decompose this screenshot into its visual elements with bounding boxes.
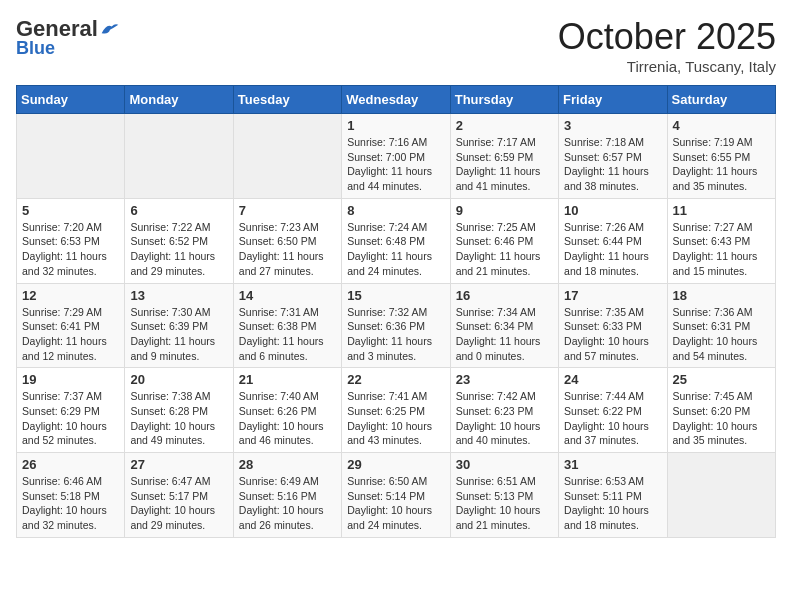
calendar-week-row: 5Sunrise: 7:20 AM Sunset: 6:53 PM Daylig… xyxy=(17,198,776,283)
weekday-header-row: SundayMondayTuesdayWednesdayThursdayFrid… xyxy=(17,86,776,114)
day-number: 24 xyxy=(564,372,661,387)
calendar-cell xyxy=(667,453,775,538)
day-info: Sunrise: 7:40 AM Sunset: 6:26 PM Dayligh… xyxy=(239,389,336,448)
day-number: 12 xyxy=(22,288,119,303)
logo-blue-text: Blue xyxy=(16,38,55,59)
day-number: 17 xyxy=(564,288,661,303)
day-info: Sunrise: 7:22 AM Sunset: 6:52 PM Dayligh… xyxy=(130,220,227,279)
day-number: 23 xyxy=(456,372,553,387)
logo-bird-icon xyxy=(100,21,120,37)
day-number: 6 xyxy=(130,203,227,218)
day-number: 26 xyxy=(22,457,119,472)
calendar-cell: 4Sunrise: 7:19 AM Sunset: 6:55 PM Daylig… xyxy=(667,114,775,199)
calendar-week-row: 12Sunrise: 7:29 AM Sunset: 6:41 PM Dayli… xyxy=(17,283,776,368)
day-number: 21 xyxy=(239,372,336,387)
day-info: Sunrise: 7:37 AM Sunset: 6:29 PM Dayligh… xyxy=(22,389,119,448)
day-info: Sunrise: 7:29 AM Sunset: 6:41 PM Dayligh… xyxy=(22,305,119,364)
day-info: Sunrise: 7:42 AM Sunset: 6:23 PM Dayligh… xyxy=(456,389,553,448)
calendar-cell: 18Sunrise: 7:36 AM Sunset: 6:31 PM Dayli… xyxy=(667,283,775,368)
day-number: 11 xyxy=(673,203,770,218)
day-number: 19 xyxy=(22,372,119,387)
day-info: Sunrise: 6:53 AM Sunset: 5:11 PM Dayligh… xyxy=(564,474,661,533)
day-number: 9 xyxy=(456,203,553,218)
day-info: Sunrise: 7:36 AM Sunset: 6:31 PM Dayligh… xyxy=(673,305,770,364)
calendar-cell: 29Sunrise: 6:50 AM Sunset: 5:14 PM Dayli… xyxy=(342,453,450,538)
calendar-cell: 26Sunrise: 6:46 AM Sunset: 5:18 PM Dayli… xyxy=(17,453,125,538)
day-number: 30 xyxy=(456,457,553,472)
day-number: 7 xyxy=(239,203,336,218)
calendar-cell: 12Sunrise: 7:29 AM Sunset: 6:41 PM Dayli… xyxy=(17,283,125,368)
day-info: Sunrise: 7:32 AM Sunset: 6:36 PM Dayligh… xyxy=(347,305,444,364)
day-info: Sunrise: 7:16 AM Sunset: 7:00 PM Dayligh… xyxy=(347,135,444,194)
calendar-week-row: 1Sunrise: 7:16 AM Sunset: 7:00 PM Daylig… xyxy=(17,114,776,199)
calendar-cell: 7Sunrise: 7:23 AM Sunset: 6:50 PM Daylig… xyxy=(233,198,341,283)
calendar-week-row: 19Sunrise: 7:37 AM Sunset: 6:29 PM Dayli… xyxy=(17,368,776,453)
day-info: Sunrise: 6:47 AM Sunset: 5:17 PM Dayligh… xyxy=(130,474,227,533)
calendar-cell: 6Sunrise: 7:22 AM Sunset: 6:52 PM Daylig… xyxy=(125,198,233,283)
day-number: 29 xyxy=(347,457,444,472)
calendar-cell: 30Sunrise: 6:51 AM Sunset: 5:13 PM Dayli… xyxy=(450,453,558,538)
day-number: 25 xyxy=(673,372,770,387)
day-number: 20 xyxy=(130,372,227,387)
day-number: 13 xyxy=(130,288,227,303)
day-number: 22 xyxy=(347,372,444,387)
calendar-cell: 1Sunrise: 7:16 AM Sunset: 7:00 PM Daylig… xyxy=(342,114,450,199)
day-info: Sunrise: 7:20 AM Sunset: 6:53 PM Dayligh… xyxy=(22,220,119,279)
calendar-cell: 15Sunrise: 7:32 AM Sunset: 6:36 PM Dayli… xyxy=(342,283,450,368)
calendar-cell: 16Sunrise: 7:34 AM Sunset: 6:34 PM Dayli… xyxy=(450,283,558,368)
calendar-cell: 31Sunrise: 6:53 AM Sunset: 5:11 PM Dayli… xyxy=(559,453,667,538)
calendar-cell: 22Sunrise: 7:41 AM Sunset: 6:25 PM Dayli… xyxy=(342,368,450,453)
calendar-cell: 25Sunrise: 7:45 AM Sunset: 6:20 PM Dayli… xyxy=(667,368,775,453)
calendar-cell: 5Sunrise: 7:20 AM Sunset: 6:53 PM Daylig… xyxy=(17,198,125,283)
day-info: Sunrise: 7:26 AM Sunset: 6:44 PM Dayligh… xyxy=(564,220,661,279)
calendar-cell: 9Sunrise: 7:25 AM Sunset: 6:46 PM Daylig… xyxy=(450,198,558,283)
calendar-cell: 20Sunrise: 7:38 AM Sunset: 6:28 PM Dayli… xyxy=(125,368,233,453)
day-info: Sunrise: 7:34 AM Sunset: 6:34 PM Dayligh… xyxy=(456,305,553,364)
calendar-cell xyxy=(233,114,341,199)
day-number: 8 xyxy=(347,203,444,218)
day-info: Sunrise: 7:19 AM Sunset: 6:55 PM Dayligh… xyxy=(673,135,770,194)
calendar-cell: 19Sunrise: 7:37 AM Sunset: 6:29 PM Dayli… xyxy=(17,368,125,453)
month-title: October 2025 xyxy=(558,16,776,58)
day-info: Sunrise: 7:38 AM Sunset: 6:28 PM Dayligh… xyxy=(130,389,227,448)
day-info: Sunrise: 6:51 AM Sunset: 5:13 PM Dayligh… xyxy=(456,474,553,533)
calendar-cell: 10Sunrise: 7:26 AM Sunset: 6:44 PM Dayli… xyxy=(559,198,667,283)
logo: General Blue xyxy=(16,16,120,59)
day-number: 4 xyxy=(673,118,770,133)
day-number: 18 xyxy=(673,288,770,303)
calendar-cell xyxy=(17,114,125,199)
calendar-cell: 24Sunrise: 7:44 AM Sunset: 6:22 PM Dayli… xyxy=(559,368,667,453)
calendar-cell: 28Sunrise: 6:49 AM Sunset: 5:16 PM Dayli… xyxy=(233,453,341,538)
day-info: Sunrise: 7:27 AM Sunset: 6:43 PM Dayligh… xyxy=(673,220,770,279)
calendar-cell: 8Sunrise: 7:24 AM Sunset: 6:48 PM Daylig… xyxy=(342,198,450,283)
calendar-cell: 2Sunrise: 7:17 AM Sunset: 6:59 PM Daylig… xyxy=(450,114,558,199)
weekday-header-tuesday: Tuesday xyxy=(233,86,341,114)
day-info: Sunrise: 6:46 AM Sunset: 5:18 PM Dayligh… xyxy=(22,474,119,533)
day-info: Sunrise: 7:44 AM Sunset: 6:22 PM Dayligh… xyxy=(564,389,661,448)
day-number: 16 xyxy=(456,288,553,303)
day-number: 2 xyxy=(456,118,553,133)
calendar-cell: 14Sunrise: 7:31 AM Sunset: 6:38 PM Dayli… xyxy=(233,283,341,368)
title-block: October 2025 Tirrenia, Tuscany, Italy xyxy=(558,16,776,75)
day-info: Sunrise: 7:23 AM Sunset: 6:50 PM Dayligh… xyxy=(239,220,336,279)
day-number: 10 xyxy=(564,203,661,218)
calendar-week-row: 26Sunrise: 6:46 AM Sunset: 5:18 PM Dayli… xyxy=(17,453,776,538)
day-info: Sunrise: 7:35 AM Sunset: 6:33 PM Dayligh… xyxy=(564,305,661,364)
calendar-cell xyxy=(125,114,233,199)
calendar-table: SundayMondayTuesdayWednesdayThursdayFrid… xyxy=(16,85,776,538)
day-number: 3 xyxy=(564,118,661,133)
calendar-cell: 17Sunrise: 7:35 AM Sunset: 6:33 PM Dayli… xyxy=(559,283,667,368)
calendar-cell: 3Sunrise: 7:18 AM Sunset: 6:57 PM Daylig… xyxy=(559,114,667,199)
day-number: 28 xyxy=(239,457,336,472)
day-number: 27 xyxy=(130,457,227,472)
day-info: Sunrise: 7:24 AM Sunset: 6:48 PM Dayligh… xyxy=(347,220,444,279)
day-info: Sunrise: 7:45 AM Sunset: 6:20 PM Dayligh… xyxy=(673,389,770,448)
weekday-header-saturday: Saturday xyxy=(667,86,775,114)
calendar-cell: 27Sunrise: 6:47 AM Sunset: 5:17 PM Dayli… xyxy=(125,453,233,538)
day-number: 31 xyxy=(564,457,661,472)
day-number: 1 xyxy=(347,118,444,133)
weekday-header-thursday: Thursday xyxy=(450,86,558,114)
weekday-header-monday: Monday xyxy=(125,86,233,114)
calendar-cell: 11Sunrise: 7:27 AM Sunset: 6:43 PM Dayli… xyxy=(667,198,775,283)
page-header: General Blue October 2025 Tirrenia, Tusc… xyxy=(16,16,776,75)
